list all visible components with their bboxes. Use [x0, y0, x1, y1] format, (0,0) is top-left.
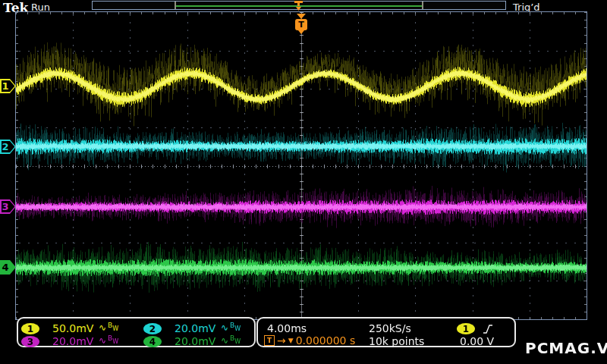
trigger-source-badge[interactable]: 1 — [457, 323, 475, 334]
record-window-end-bracket — [422, 2, 423, 9]
trigger-badge-tip-icon — [298, 30, 304, 34]
channel-3-marker-label: 3 — [0, 201, 11, 213]
channel-1-marker[interactable]: 1 — [0, 79, 16, 93]
channel-4-badge[interactable]: 4 — [143, 336, 162, 347]
trigger-position-arrow-icon[interactable] — [297, 14, 306, 19]
waveform-canvas — [16, 12, 587, 319]
channel-4-coupling-bandwidth-icon: ∿BW — [221, 335, 241, 346]
channel-4-marker[interactable]: 4 — [0, 260, 16, 275]
channel-2-scale[interactable]: 20.0mV — [175, 322, 215, 334]
trigger-arrow-icon: → — [277, 334, 286, 347]
waveform-display: T — [15, 11, 587, 320]
sample-rate: 250kS/s — [369, 322, 411, 334]
trigger-position-readout[interactable]: T → ▼ 0.000000 s — [264, 334, 355, 347]
trigger-badge-label: T — [298, 20, 304, 30]
channel-2-badge[interactable]: 2 — [143, 323, 162, 334]
timebase-scale[interactable]: 4.00ms — [267, 322, 307, 334]
channel-3-coupling-bandwidth-icon: ∿BW — [99, 335, 118, 346]
record-trigger-marker-icon — [294, 1, 304, 11]
channel-2-marker-label: 2 — [0, 141, 11, 153]
channel-2-coupling-bandwidth-icon: ∿BW — [221, 322, 241, 333]
trigger-position-badge[interactable]: T — [295, 19, 307, 30]
channel-1-marker-label: 1 — [0, 80, 11, 93]
oscilloscope-screen: Tek Run Trig’d T 1 2 3 4 — [0, 0, 607, 364]
trigger-position-value: 0.000000 s — [296, 334, 356, 347]
channel-readouts-box: 1 50.0mV ∿BW 2 20.0mV ∿BW 3 20.0mV ∿BW 4… — [17, 317, 256, 347]
channel-1-coupling-bandwidth-icon: ∿BW — [99, 322, 118, 333]
channel-3-badge[interactable]: 3 — [21, 336, 39, 347]
watermark: PCMAG.VN — [525, 339, 607, 357]
channel-4-scale[interactable]: 20.0mV — [175, 335, 215, 347]
channel-2-marker[interactable]: 2 — [0, 140, 16, 154]
trigger-t-icon: T — [264, 335, 275, 346]
trigger-pointer-icon: ▼ — [288, 337, 294, 344]
record-length: 10k points — [369, 335, 424, 347]
record-view-bar — [92, 1, 506, 10]
channel-4-marker-label: 4 — [0, 262, 11, 274]
channel-3-scale[interactable]: 20.0mV — [52, 335, 93, 347]
channel-3-marker[interactable]: 3 — [0, 199, 16, 214]
trigger-level[interactable]: 0.00 V — [460, 335, 494, 347]
channel-1-badge[interactable]: 1 — [21, 323, 39, 334]
channel-1-scale[interactable]: 50.0mV — [52, 322, 93, 334]
rising-edge-icon — [483, 323, 493, 335]
horizontal-trigger-box: 4.00ms 250kS/s 1 T → ▼ 0.000000 s 10k po… — [256, 317, 516, 347]
